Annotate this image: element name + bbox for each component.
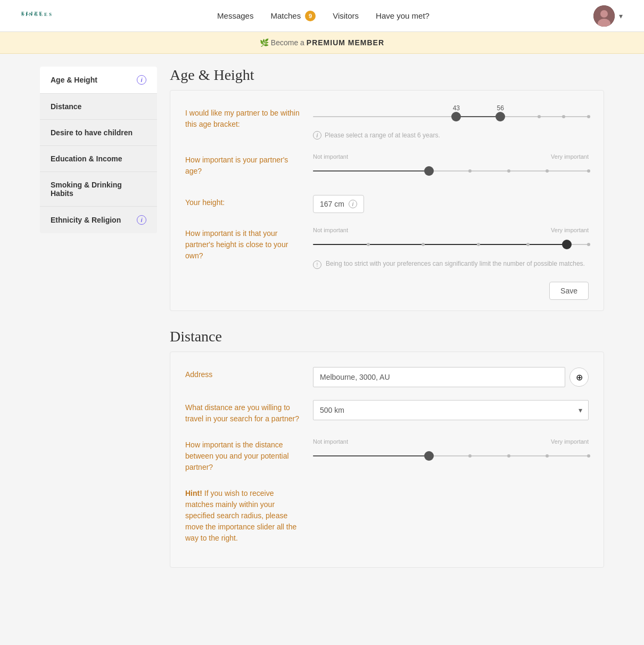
main-container: Age & Height i Distance Desire to have c… xyxy=(29,54,615,598)
info-icon-ethnicity[interactable]: i xyxy=(137,215,146,225)
partner-height-control: Not important Very important xyxy=(313,226,589,269)
distance-card: Address ⊕ What distance are you willing … xyxy=(170,352,604,568)
distance-select-row: What distance are you willing to travel … xyxy=(185,400,589,424)
distance-importance-labels: Not important Very important xyxy=(313,438,589,445)
height-input[interactable]: 167 cm i xyxy=(313,195,364,213)
age-bracket-slider[interactable]: 43 56 xyxy=(313,105,589,128)
address-label: Address xyxy=(185,367,302,380)
partner-age-thumb[interactable] xyxy=(424,166,434,176)
age-height-card: I would like my partner to be within thi… xyxy=(170,90,604,311)
save-button[interactable]: Save xyxy=(549,282,589,300)
address-row: Address ⊕ xyxy=(185,367,589,387)
content-area: Age & Height I would like my partner to … xyxy=(170,67,604,585)
partner-height-row: How important is it that your partner's … xyxy=(185,226,589,269)
crosshair-icon: ⊕ xyxy=(576,372,583,382)
distance-importance-control: Not important Very important xyxy=(313,437,589,467)
partner-age-row: How important is your partner's age? Not… xyxy=(185,152,589,182)
address-input-row: ⊕ xyxy=(313,367,589,387)
partner-age-control: Not important Very important xyxy=(313,152,589,182)
nav-have-you-met[interactable]: Have you met? xyxy=(376,11,430,20)
sidebar-item-age-height[interactable]: Age & Height i xyxy=(40,67,157,94)
distance-importance-label: How important is the distance between yo… xyxy=(185,437,302,473)
age-min-value: 43 xyxy=(453,104,460,112)
hint-icon-age: i xyxy=(313,131,321,140)
partner-height-thumb[interactable] xyxy=(562,240,572,249)
nav-visitors[interactable]: Visitors xyxy=(333,11,359,20)
matches-badge: 9 xyxy=(305,11,316,21)
distance-importance-slider[interactable] xyxy=(313,445,589,467)
height-control: 167 cm i xyxy=(313,195,589,213)
partner-age-slider-labels: Not important Very important xyxy=(313,153,589,160)
distance-title: Distance xyxy=(170,328,604,345)
address-control: ⊕ xyxy=(313,367,589,387)
age-min-thumb[interactable] xyxy=(451,112,461,121)
distance-select-wrapper: 50 km 100 km 200 km 500 km No limit ▾ xyxy=(313,400,589,420)
main-nav: Messages Matches 9 Visitors Have you met… xyxy=(217,11,430,21)
age-bracket-hint: i Please select a range of at least 6 ye… xyxy=(313,131,589,140)
age-max-value: 56 xyxy=(497,104,504,112)
age-dot-1 xyxy=(538,115,541,118)
user-menu[interactable]: ▾ xyxy=(593,5,623,27)
warning-icon: ! xyxy=(313,260,321,269)
sidebar-item-children[interactable]: Desire to have children xyxy=(40,120,157,146)
sidebar-item-smoking[interactable]: Smoking & Drinking Habits xyxy=(40,172,157,207)
age-height-title: Age & Height xyxy=(170,67,604,84)
height-info-icon[interactable]: i xyxy=(349,200,357,208)
svg-point-1 xyxy=(600,10,608,18)
age-bracket-row: I would like my partner to be within thi… xyxy=(185,105,589,140)
logo-sub: SINGLES xyxy=(21,12,53,17)
age-bracket-label: I would like my partner to be within thi… xyxy=(185,105,302,130)
premium-text-before: Become a xyxy=(271,38,307,47)
warning-box: ! Being too strict with your preferences… xyxy=(313,260,589,269)
header: Elite SINGLES Messages Matches 9 Visitor… xyxy=(0,0,644,32)
height-value: 167 cm xyxy=(320,200,344,208)
distance-select-control: 50 km 100 km 200 km 500 km No limit ▾ xyxy=(313,400,589,420)
age-dot-3 xyxy=(587,115,590,118)
chevron-down-icon: ▾ xyxy=(619,12,623,20)
premium-banner[interactable]: 🌿 Become a PREMIUM MEMBER xyxy=(0,32,644,54)
age-dot-2 xyxy=(562,115,565,118)
logo[interactable]: Elite SINGLES xyxy=(21,15,53,17)
distance-importance-row: How important is the distance between yo… xyxy=(185,437,589,473)
avatar xyxy=(593,5,615,27)
sidebar: Age & Height i Distance Desire to have c… xyxy=(40,67,157,233)
partner-age-slider[interactable] xyxy=(313,160,589,182)
partner-height-slider[interactable] xyxy=(313,233,589,256)
sidebar-item-education[interactable]: Education & Income xyxy=(40,146,157,172)
distance-importance-thumb[interactable] xyxy=(424,451,434,461)
premium-text-bold: PREMIUM MEMBER xyxy=(307,38,384,47)
distance-question-label: What distance are you willing to travel … xyxy=(185,400,302,424)
sidebar-item-distance[interactable]: Distance xyxy=(40,94,157,120)
age-max-thumb[interactable] xyxy=(496,112,505,121)
nav-messages[interactable]: Messages xyxy=(217,11,253,20)
location-button[interactable]: ⊕ xyxy=(569,368,589,387)
distance-select[interactable]: 50 km 100 km 200 km 500 km No limit xyxy=(313,400,589,420)
nav-matches[interactable]: Matches 9 xyxy=(270,11,316,21)
age-bracket-control: 43 56 i Please select a range of at leas… xyxy=(313,105,589,140)
height-row: Your height: 167 cm i xyxy=(185,195,589,213)
info-icon-age-height[interactable]: i xyxy=(137,75,146,85)
sidebar-item-ethnicity[interactable]: Ethnicity & Religion i xyxy=(40,207,157,233)
address-input[interactable] xyxy=(313,367,565,387)
height-label: Your height: xyxy=(185,195,302,208)
premium-icon: 🌿 xyxy=(260,38,269,47)
distance-hint-label: Hint! If you wish to receive matches mai… xyxy=(185,486,302,544)
partner-height-slider-labels: Not important Very important xyxy=(313,227,589,233)
save-btn-row: Save xyxy=(185,282,589,300)
distance-hint-row: Hint! If you wish to receive matches mai… xyxy=(185,486,589,544)
partner-age-label: How important is your partner's age? xyxy=(185,152,302,177)
partner-height-label: How important is it that your partner's … xyxy=(185,226,302,262)
